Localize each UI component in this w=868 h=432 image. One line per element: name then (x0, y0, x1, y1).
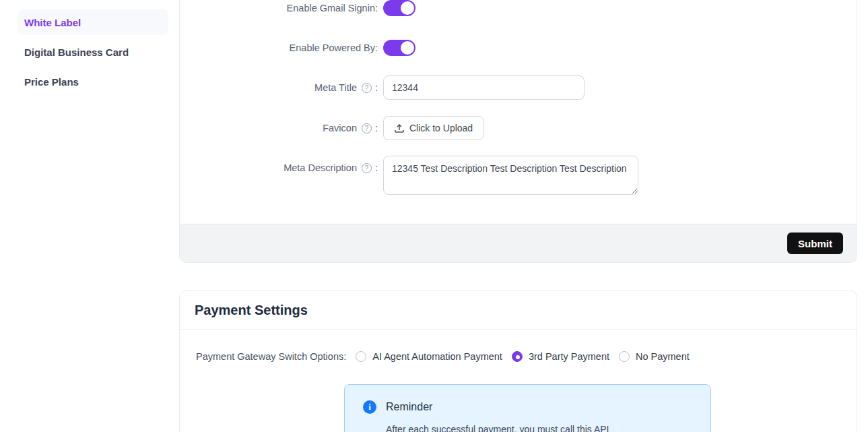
sidebar: White Label Digital Business Card Price … (18, 9, 168, 98)
meta-description-label: Meta Description ? : (180, 156, 378, 173)
favicon-row: Favicon ? : Click to Upload (180, 116, 857, 140)
upload-button-label: Click to Upload (409, 123, 473, 133)
help-icon[interactable]: ? (362, 163, 372, 173)
toggle-knob (401, 41, 414, 55)
favicon-label: Favicon ? : (180, 123, 378, 133)
meta-title-input[interactable] (383, 75, 585, 100)
reminder-body: After each successful payment, you must … (386, 424, 609, 432)
meta-description-textarea[interactable]: 12345 Test Description Test Description … (383, 156, 638, 195)
radio-no-payment[interactable]: No Payment (619, 351, 690, 362)
payment-settings-header: Payment Settings (180, 291, 857, 330)
info-icon: i (363, 400, 376, 414)
payment-settings-card: Payment Settings Payment Gateway Switch … (179, 290, 857, 432)
form-footer: Submit (180, 224, 857, 262)
toggle-knob (401, 1, 414, 15)
meta-description-row: Meta Description ? : 12345 Test Descript… (180, 156, 857, 196)
sidebar-item-white-label[interactable]: White Label (18, 9, 168, 35)
meta-title-label: Meta Title ? : (180, 82, 378, 93)
meta-title-row: Meta Title ? : (180, 75, 857, 100)
sidebar-item-label: Price Plans (24, 76, 79, 88)
radio-ai-agent-automation-payment[interactable]: AI Agent Automation Payment (356, 351, 502, 362)
enable-gmail-label: Enable Gmail Signin: (180, 3, 378, 13)
upload-icon (395, 123, 404, 133)
enable-gmail-toggle[interactable] (383, 0, 415, 16)
sidebar-item-price-plans[interactable]: Price Plans (18, 69, 168, 94)
sidebar-item-label: White Label (24, 17, 81, 28)
payment-settings-title: Payment Settings (195, 303, 308, 318)
enable-powered-by-toggle[interactable] (383, 40, 415, 56)
sidebar-item-digital-business-card[interactable]: Digital Business Card (18, 39, 168, 65)
reminder-title: Reminder (386, 401, 432, 413)
sidebar-item-label: Digital Business Card (24, 47, 129, 58)
payment-gateway-options-label: Payment Gateway Switch Options: (196, 351, 346, 362)
favicon-upload-button[interactable]: Click to Upload (383, 116, 484, 140)
payment-gateway-options-row: Payment Gateway Switch Options: AI Agent… (196, 348, 690, 365)
enable-powered-by-label: Enable Powered By: (180, 42, 378, 53)
reminder-alert: i Reminder After each successful payment… (344, 384, 711, 432)
page: White Label Digital Business Card Price … (0, 0, 868, 432)
enable-powered-by-row: Enable Powered By: (180, 39, 857, 57)
radio-icon (619, 351, 630, 362)
radio-icon-selected (512, 351, 523, 362)
white-label-card: Enable Gmail Signin: Enable Powered By: … (179, 0, 857, 263)
radio-icon (356, 351, 366, 362)
radio-3rd-party-payment[interactable]: 3rd Party Payment (512, 351, 609, 362)
help-icon[interactable]: ? (362, 123, 372, 133)
enable-gmail-row: Enable Gmail Signin: (180, 0, 857, 17)
help-icon[interactable]: ? (362, 83, 372, 93)
submit-button[interactable]: Submit (787, 233, 843, 254)
